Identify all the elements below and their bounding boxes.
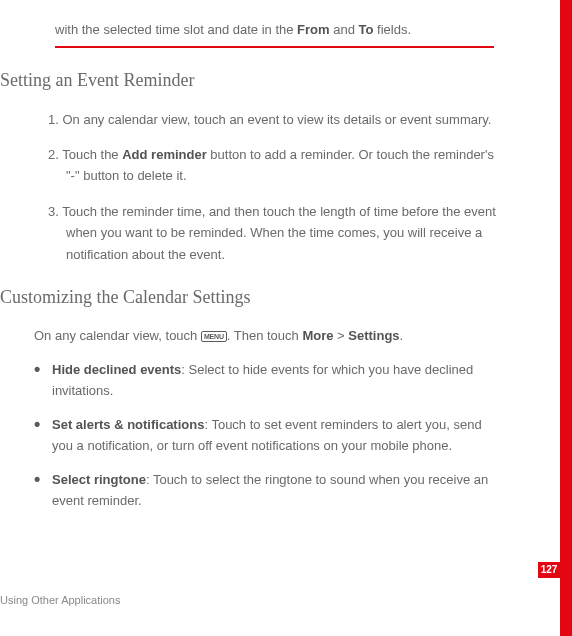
text: >: [333, 328, 348, 343]
text: 2. Touch the: [48, 147, 122, 162]
edge-tab: [560, 0, 572, 636]
page-number: 127: [538, 562, 560, 578]
bold-hide-declined: Hide declined events: [52, 362, 181, 377]
section-heading-settings: Customizing the Calendar Settings: [0, 287, 532, 308]
bold-set-alerts: Set alerts & notifications: [52, 417, 204, 432]
text: fields.: [373, 22, 411, 37]
settings-instruction: On any calendar view, touch MENU. Then t…: [34, 326, 496, 347]
section-heading-reminder: Setting an Event Reminder: [0, 70, 532, 91]
step-3: 3. Touch the reminder time, and then tou…: [34, 201, 496, 265]
bold-to: To: [359, 22, 374, 37]
text: with the selected time slot and date in …: [55, 22, 297, 37]
page-content: with the selected time slot and date in …: [0, 0, 572, 544]
intro-text: with the selected time slot and date in …: [55, 20, 532, 40]
footer-text: Using Other Applications: [0, 594, 120, 606]
step-1: 1. On any calendar view, touch an event …: [34, 109, 496, 130]
text: and: [330, 22, 359, 37]
step-2: 2. Touch the Add reminder button to add …: [34, 144, 496, 187]
menu-icon: MENU: [201, 331, 227, 342]
divider: [55, 46, 494, 48]
bold-settings: Settings: [348, 328, 399, 343]
bold-select-ringtone: Select ringtone: [52, 472, 146, 487]
bold-add-reminder: Add reminder: [122, 147, 207, 162]
text: .: [400, 328, 404, 343]
bold-more: More: [302, 328, 333, 343]
bold-from: From: [297, 22, 330, 37]
text: On any calendar view, touch: [34, 328, 201, 343]
bullet-hide-declined: Hide declined events: Select to hide eve…: [34, 359, 496, 402]
bullet-select-ringtone: Select ringtone: Touch to select the rin…: [34, 469, 496, 512]
text: . Then touch: [227, 328, 303, 343]
bullet-set-alerts: Set alerts & notifications: Touch to set…: [34, 414, 496, 457]
